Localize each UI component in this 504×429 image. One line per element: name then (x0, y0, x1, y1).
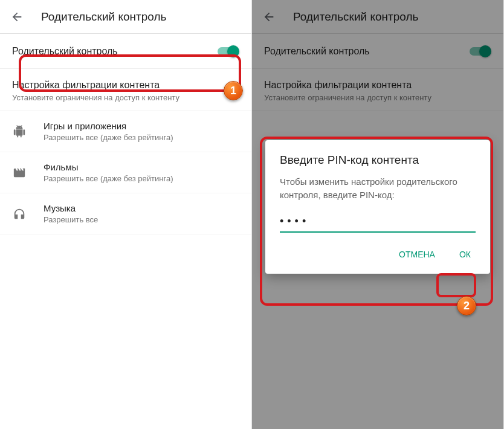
item-subtitle: Разрешить все (даже без рейтинга) (44, 133, 173, 142)
pin-dialog: Введите PIN-код контента Чтобы изменить … (265, 140, 490, 274)
dialog-body: Чтобы изменить настройки родительского к… (280, 175, 476, 202)
step-badge-1: 1 (224, 81, 243, 100)
item-title: Игры и приложения (44, 121, 173, 131)
headphones-icon (12, 207, 27, 221)
toggle-label: Родительский контроль (12, 46, 118, 57)
screen-right: Родительский контроль Родительский контр… (252, 0, 504, 429)
film-icon (12, 166, 27, 180)
section-subtitle: Установите ограничения на доступ к конте… (12, 93, 239, 102)
section-title: Настройка фильтрации контента (12, 80, 239, 91)
pin-input[interactable]: •••• (280, 213, 476, 233)
parental-control-toggle-row[interactable]: Родительский контроль (0, 34, 251, 69)
item-subtitle: Разрешить все (даже без рейтинга) (44, 174, 173, 183)
item-movies[interactable]: Фильмы Разрешить все (даже без рейтинга) (0, 152, 251, 193)
toggle-switch[interactable] (218, 45, 239, 57)
step-badge-2: 2 (457, 296, 476, 315)
cancel-button[interactable]: ОТМЕНА (394, 246, 440, 263)
android-icon (12, 124, 27, 139)
dialog-title: Введите PIN-код контента (280, 153, 476, 167)
item-subtitle: Разрешить все (44, 215, 98, 224)
screen-left: Родительский контроль Родительский контр… (0, 0, 252, 429)
item-music[interactable]: Музыка Разрешить все (0, 193, 251, 234)
item-title: Фильмы (44, 162, 173, 172)
page-title: Родительский контроль (41, 10, 166, 24)
header: Родительский контроль (0, 0, 251, 34)
item-title: Музыка (44, 203, 98, 213)
ok-button[interactable]: ОК (454, 246, 476, 263)
dialog-actions: ОТМЕНА ОК (280, 246, 476, 266)
item-games-apps[interactable]: Игры и приложения Разрешить все (даже бе… (0, 111, 251, 152)
section-header: Настройка фильтрации контента Установите… (0, 69, 251, 111)
back-icon[interactable] (10, 10, 24, 24)
